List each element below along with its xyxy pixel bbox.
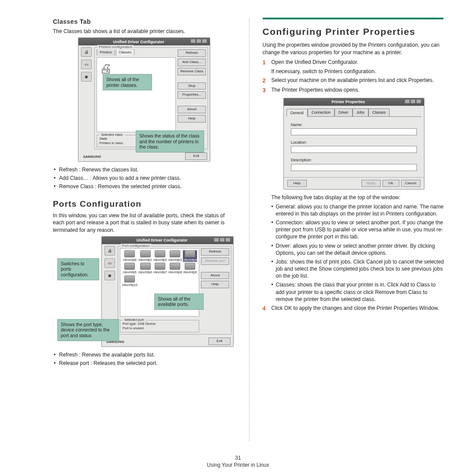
port-item[interactable]: /dev/mfp4 xyxy=(183,250,197,262)
exit-button[interactable]: Exit xyxy=(185,152,207,160)
tab-classes[interactable]: Classes xyxy=(368,108,390,116)
name-input[interactable] xyxy=(291,128,417,135)
scanner-icon[interactable]: ▭ xyxy=(104,258,115,268)
location-label: Location: xyxy=(291,140,417,145)
callout-port-status: Shows the port type, device connected to… xyxy=(57,319,119,341)
release-port-button[interactable]: Release port xyxy=(201,257,229,265)
properties-button[interactable]: Properties... xyxy=(178,91,206,99)
refresh-button[interactable]: Refresh xyxy=(178,49,206,57)
callout-ports-switch: Switches to ports configuration. xyxy=(57,258,99,280)
apply-button[interactable]: Apply xyxy=(361,180,381,187)
ports-bullet: Release port : Releases the selected por… xyxy=(53,360,236,367)
port-item[interactable]: /dev/mfp3 xyxy=(168,250,182,262)
ports-bullet: Refresh : Renews the available ports lis… xyxy=(53,351,236,358)
about-button[interactable]: About xyxy=(178,106,206,113)
name-label: Name: xyxy=(291,122,417,127)
step2: Select your machine on the available pri… xyxy=(271,77,446,85)
tab-jobs[interactable]: Jobs xyxy=(353,108,368,116)
add-class-button[interactable]: Add Class... xyxy=(178,59,206,66)
help-button[interactable]: Help xyxy=(178,115,206,123)
callout-classes-status: Shows the status of the class and the nu… xyxy=(136,130,204,152)
footer-section: Using Your Printer in Linux xyxy=(0,462,476,468)
port-item[interactable]: /dev/mfp7 xyxy=(153,263,167,274)
port-item[interactable]: /dev/mfp6 xyxy=(138,263,152,274)
main-title: Configuring Printer Properties xyxy=(263,26,446,38)
port-item[interactable]: /dev/mfp10 xyxy=(122,275,138,287)
location-input[interactable] xyxy=(291,146,417,153)
stop-button[interactable]: Stop xyxy=(178,82,206,90)
tab-desc: Jobs: shows the list of print jobs. Clic… xyxy=(271,258,446,280)
after-window-text: The following five tabs display at the t… xyxy=(263,194,446,201)
description-label: Description: xyxy=(291,157,417,163)
port-item[interactable]: /dev/mfp8 xyxy=(168,263,182,274)
printer-icon[interactable]: 🖨 xyxy=(81,47,92,57)
ports-heading: Ports Configuration xyxy=(53,198,236,210)
ports-intro: In this window, you can view the list of… xyxy=(53,212,236,234)
tab-printers[interactable]: Printers xyxy=(97,49,115,56)
cancel-button[interactable]: Cancel xyxy=(401,180,420,187)
window-title: Unified Driver Configurator xyxy=(136,238,187,243)
port-item[interactable]: /dev/mfp9 xyxy=(183,263,197,274)
about-button[interactable]: About xyxy=(201,272,229,279)
tab-desc: Classes: shows the class that your print… xyxy=(271,281,446,303)
exit-button[interactable]: Exit xyxy=(208,338,231,345)
tab-driver[interactable]: Driver xyxy=(335,108,353,116)
step1b: If necessary, switch to Printers configu… xyxy=(263,68,446,75)
port-grid: /dev/mfp0 /dev/mfp1 /dev/mfp2 /dev/mfp3 … xyxy=(120,249,199,289)
classes-bullet: Remove Class : Removes the selected prin… xyxy=(53,183,236,190)
printer-icon[interactable]: 🖨 xyxy=(104,246,115,256)
refresh-button[interactable]: Refresh xyxy=(201,248,229,256)
tab-desc: Driver: allows you to view or select ano… xyxy=(271,242,446,257)
callout-classes-list: Shows all of the printer classes. xyxy=(103,74,152,90)
ports-window: Unified Driver Configurator 🖨 ▭ ◉ Port c… xyxy=(101,236,234,347)
port-item[interactable]: /dev/mfp5 xyxy=(122,263,138,274)
tab-desc: General: allows you to change the printe… xyxy=(271,203,446,217)
title-accent-bar xyxy=(263,18,443,19)
step3: The Printer Properties window opens. xyxy=(271,86,446,94)
window-controls[interactable] xyxy=(213,238,231,243)
page-footer: 31 Using Your Printer in Linux xyxy=(0,455,476,468)
help-button[interactable]: Help xyxy=(201,281,229,288)
ok-button[interactable]: OK xyxy=(383,180,399,187)
scanner-icon[interactable]: ▭ xyxy=(81,60,92,69)
intro-text: Using the properties window provided by … xyxy=(263,41,446,56)
port-item[interactable]: /dev/mfp1 xyxy=(138,250,152,262)
classes-window: Unified Driver Configurator 🖨 ▭ ◉ Printe… xyxy=(78,37,210,162)
window-controls[interactable] xyxy=(190,39,207,45)
brand-label: SAMSUNG xyxy=(83,155,101,160)
tab-connection[interactable]: Connection xyxy=(308,108,335,116)
help-button[interactable]: Help xyxy=(287,180,307,187)
callout-ports-list: Shows all of the available ports. xyxy=(154,294,204,310)
column-divider xyxy=(249,18,249,441)
frame-label: Printers configuration xyxy=(97,45,134,50)
page-number: 31 xyxy=(0,455,476,461)
window-controls[interactable] xyxy=(404,99,421,105)
window-title: Printer Properties xyxy=(331,99,365,104)
window-title: Unified Driver Configurator xyxy=(113,39,164,45)
classes-bullet: Refresh : Renews the classes list. xyxy=(53,166,236,173)
printer-properties-window: Printer Properties General Connection Dr… xyxy=(283,98,424,190)
port-item[interactable]: /dev/mfp0 xyxy=(122,250,138,262)
step1: Open the Unified Driver Configurator. xyxy=(271,59,446,67)
remove-class-button[interactable]: Remove Class xyxy=(178,68,206,75)
classes-intro: The Classes tab shows a list of availabl… xyxy=(53,28,236,35)
step4: Click OK to apply the changes and close … xyxy=(271,305,446,312)
classes-bullet: Add Class… : Allows you to add a new pri… xyxy=(53,175,236,182)
classes-tab-heading: Classes Tab xyxy=(53,18,236,26)
tab-desc: Connection: allows you to view or select… xyxy=(271,219,446,241)
tab-general[interactable]: General xyxy=(286,109,308,117)
port-icon[interactable]: ◉ xyxy=(104,271,115,280)
port-item[interactable]: /dev/mfp2 xyxy=(153,250,167,262)
tab-classes[interactable]: Classes xyxy=(116,49,134,56)
description-input[interactable] xyxy=(291,164,417,171)
port-icon[interactable]: ◉ xyxy=(81,72,92,82)
